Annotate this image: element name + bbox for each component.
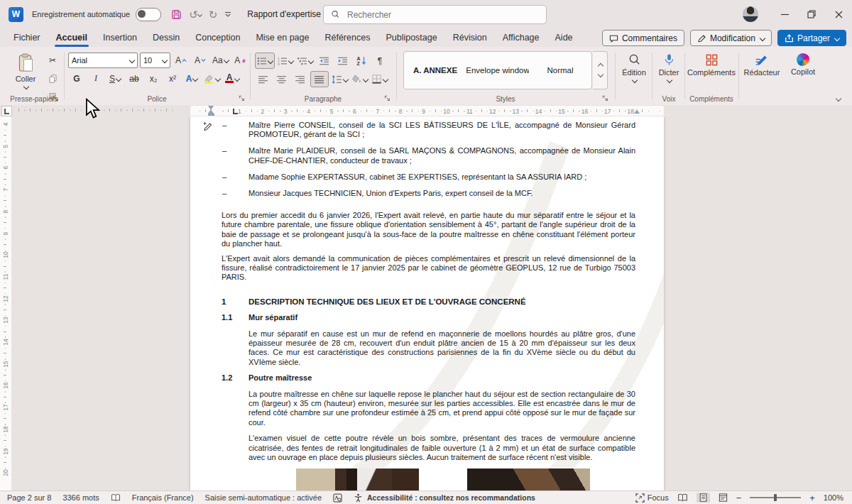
minimize-button[interactable] [771, 0, 798, 28]
font-size-combobox[interactable]: 10 [140, 53, 170, 68]
document-photo-2[interactable] [467, 469, 590, 491]
styles-dialog-launcher[interactable] [602, 95, 609, 102]
tab-revision[interactable]: Révision [445, 28, 495, 47]
font-dialog-launcher[interactable] [239, 95, 246, 102]
strikethrough-button[interactable]: ab [126, 71, 143, 86]
search-input[interactable] [346, 9, 519, 21]
gallery-up-icon[interactable] [598, 63, 604, 69]
close-button[interactable] [825, 0, 852, 28]
style-item-3[interactable]: Normal [529, 52, 591, 89]
editor-button[interactable]: Rédacteur [740, 47, 784, 105]
proofing-icon[interactable] [111, 493, 121, 502]
numbering-button[interactable]: 123 [276, 53, 295, 68]
tab-accueil[interactable]: Accueil [48, 28, 95, 47]
doc-paragraph[interactable]: Le mur séparatif en cause est un mur de … [248, 329, 635, 368]
decrease-indent-button[interactable] [316, 53, 333, 68]
doc-heading[interactable]: 1DESCRIPTION TECHNIQUE DES LIEUX ET DE L… [222, 297, 635, 307]
word-count[interactable]: 3366 mots [62, 493, 99, 502]
pen-sparkle-icon[interactable] [202, 121, 213, 131]
user-avatar[interactable] [743, 6, 758, 22]
sort-button[interactable]: AZ [353, 53, 370, 68]
gallery-more-icon[interactable] [598, 72, 604, 77]
list-item[interactable]: –Maître Pierre CONSEIL, conseil de la SC… [222, 121, 635, 140]
align-right-button[interactable] [292, 72, 309, 87]
tab-conception[interactable]: Conception [187, 28, 248, 47]
tab-aide[interactable]: Aide [547, 28, 581, 47]
autocomplete-status[interactable]: Saisie semi-automatique : activée [205, 493, 322, 502]
left-indent-marker[interactable] [208, 114, 214, 116]
tab-dessin[interactable]: Dessin [145, 28, 187, 47]
undo-button[interactable]: ↺ [189, 9, 202, 20]
restore-button[interactable] [798, 0, 825, 28]
clear-formatting-button[interactable]: A [232, 53, 249, 68]
subscript-button[interactable]: x₂ [145, 71, 162, 86]
superscript-button[interactable]: x² [164, 71, 181, 86]
zoom-slider[interactable] [750, 497, 801, 498]
share-button[interactable]: Partager [777, 30, 846, 46]
tab-references[interactable]: Références [317, 28, 378, 47]
align-center-button[interactable] [273, 72, 290, 87]
multilevel-list-button[interactable] [296, 53, 315, 68]
styles-gallery-scroll[interactable] [593, 51, 608, 89]
focus-button[interactable]: Focus [635, 493, 669, 503]
tab-insertion[interactable]: Insertion [95, 28, 145, 47]
list-item[interactable]: –Madame Sophie EXPERTASSUR, cabinet 3E E… [222, 172, 635, 182]
doc-paragraph[interactable]: La poutre maîtresse en chêne sur laquell… [248, 390, 635, 428]
zoom-out-button[interactable]: − [736, 493, 742, 503]
borders-button[interactable] [371, 72, 389, 87]
show-formatting-marks-button[interactable]: ¶ [371, 53, 388, 68]
increase-indent-button[interactable] [334, 53, 351, 68]
tab-selector[interactable] [1, 106, 12, 116]
autosave-toggle[interactable] [136, 8, 161, 21]
list-item[interactable]: –Monsieur Jacques TECHNICIEN, Union d'Ex… [222, 189, 635, 198]
grow-font-button[interactable]: A [173, 53, 190, 68]
search-box[interactable] [323, 5, 547, 24]
cut-button[interactable]: ✂ [44, 53, 61, 67]
font-color-button[interactable]: A [224, 71, 241, 86]
clipboard-dialog-launcher[interactable] [53, 95, 60, 102]
line-spacing-button[interactable] [330, 72, 349, 87]
zoom-in-button[interactable]: + [809, 493, 815, 503]
text-effects-button[interactable]: A [183, 71, 200, 86]
customize-qat-icon[interactable] [224, 11, 231, 18]
copilot-button[interactable]: Copilot [785, 47, 821, 105]
italic-button[interactable]: I [87, 71, 104, 86]
tab-publipostage[interactable]: Publipostage [378, 28, 444, 47]
save-icon[interactable] [171, 9, 182, 20]
copy-button[interactable] [44, 71, 61, 86]
doc-paragraph[interactable]: L'examen visuel de cette poutre révèle u… [248, 434, 635, 462]
accessibility-status[interactable]: Accessibilité : consultez nos recommanda… [367, 493, 535, 502]
comments-button[interactable]: Commentaires [602, 30, 684, 46]
change-case-button[interactable]: Aa [211, 53, 230, 68]
bullets-button[interactable] [255, 53, 275, 69]
tab-fichier[interactable]: Fichier [6, 28, 48, 47]
document-title[interactable]: Rapport d'expertise [247, 9, 331, 19]
doc-paragraph[interactable]: Lors du premier accedit du 6 janvier 202… [222, 211, 635, 249]
print-layout-icon[interactable] [697, 493, 710, 503]
align-left-button[interactable] [255, 72, 272, 87]
style-item-2[interactable]: Envelope window [466, 52, 529, 89]
justify-button[interactable] [310, 71, 329, 87]
bold-button[interactable]: G [68, 71, 85, 86]
word-app-icon[interactable]: W [9, 7, 23, 22]
tab-mise-en-page[interactable]: Mise en page [248, 28, 317, 47]
find-button[interactable]: Édition [616, 47, 652, 105]
font-name-combobox[interactable]: Arial [68, 53, 138, 68]
redo-button[interactable]: ↻ [209, 9, 218, 20]
editing-mode-button[interactable]: Modification [690, 30, 772, 46]
page-indicator[interactable]: Page 2 sur 8 [7, 493, 51, 502]
language-indicator[interactable]: Français (France) [132, 493, 194, 502]
shrink-font-button[interactable]: A [192, 53, 209, 68]
document-page[interactable]: –Maître Pierre CONSEIL, conseil de la SC… [190, 116, 664, 491]
collapse-ribbon-icon[interactable] [836, 96, 841, 102]
zoom-slider-thumb[interactable] [774, 494, 777, 501]
doc-heading[interactable]: 1.2Poutre maîtresse [222, 373, 635, 383]
tab-affichage[interactable]: Affichage [495, 28, 547, 47]
highlight-color-button[interactable] [202, 71, 222, 86]
shading-button[interactable] [351, 72, 369, 87]
list-item[interactable]: –Maître Marie PLAIDEUR, conseil de la SA… [222, 146, 635, 165]
style-item-1[interactable]: A. ANNEXE [404, 52, 466, 89]
web-layout-icon[interactable] [719, 493, 728, 502]
doc-paragraph[interactable]: L'Expert avait alors demandé la communic… [222, 254, 635, 283]
text-predictions-icon[interactable] [333, 493, 342, 503]
